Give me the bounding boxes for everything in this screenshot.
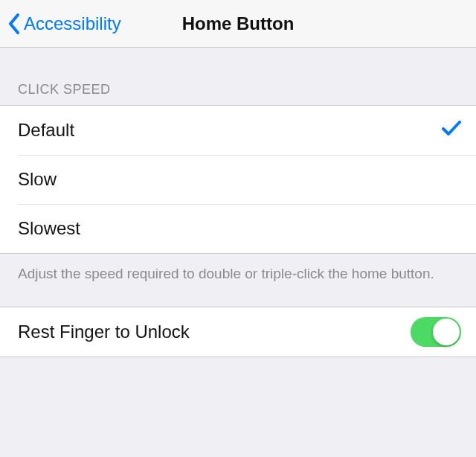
section-footer-click-speed: Adjust the speed required to double or t… [0, 254, 476, 307]
back-label: Accessibility [24, 13, 121, 34]
toggle-knob [433, 319, 460, 345]
rest-finger-group: Rest Finger to Unlock [0, 307, 476, 357]
chevron-left-icon [7, 13, 21, 35]
rest-finger-label: Rest Finger to Unlock [18, 322, 190, 342]
section-header-click-speed: CLICK SPEED [0, 48, 476, 105]
option-slow[interactable]: Slow [0, 155, 476, 204]
back-button[interactable]: Accessibility [0, 13, 121, 35]
rest-finger-toggle[interactable] [411, 317, 461, 347]
checkmark-icon [442, 120, 461, 141]
option-default[interactable]: Default [0, 106, 476, 155]
option-slowest[interactable]: Slowest [0, 204, 476, 253]
option-label: Default [18, 120, 74, 141]
click-speed-options: Default Slow Slowest [0, 105, 476, 254]
option-label: Slowest [18, 218, 80, 239]
rest-finger-row[interactable]: Rest Finger to Unlock [0, 307, 476, 357]
nav-bar: Accessibility Home Button [0, 0, 476, 48]
option-label: Slow [18, 169, 57, 190]
